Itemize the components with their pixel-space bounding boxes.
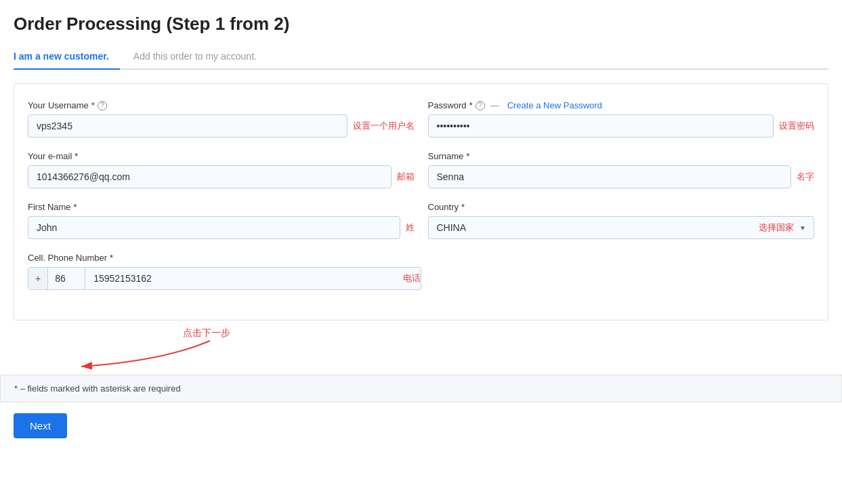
username-input-wrapper: 设置一个用户名 [28,114,415,138]
surname-label: Surname* [428,151,815,161]
footer-note-section: * – fields marked with asterisk are requ… [0,375,842,402]
password-help-icon[interactable]: ? [476,101,485,110]
username-help-icon[interactable]: ? [98,101,107,110]
password-input[interactable] [428,114,774,138]
phone-annotation: 电话 [403,272,421,285]
phone-code: 86 [48,268,85,289]
country-label: Country* [428,202,815,212]
next-button[interactable]: Next [14,413,67,438]
surname-annotation: 名字 [797,171,814,183]
arrow-annotation-area: 点击下一步 [27,320,815,375]
firstname-label: First Name* [28,202,415,212]
username-input[interactable] [28,114,348,138]
country-select-wrapper: CHINA USA UK Germany France Japan 选择国家 [428,216,815,239]
email-input-wrapper: 邮箱 [28,165,415,188]
password-input-wrapper: 设置密码 [428,114,815,138]
username-group: Your Username* ? 设置一个用户名 [28,100,415,138]
phone-wrapper: + 86 电话 [28,267,421,290]
surname-input-wrapper: 名字 [428,165,815,188]
page-title: Order Processing (Step 1 from 2) [14,14,828,35]
phone-label: Cell. Phone Number* [28,253,421,263]
surname-input[interactable] [428,165,792,188]
create-password-link[interactable]: Create a New Password [507,100,602,110]
surname-group: Surname* 名字 [428,151,815,188]
password-label: Password* ? — Create a New Password [428,100,815,110]
password-group: Password* ? — Create a New Password 设置密码 [428,100,815,138]
phone-number-input[interactable] [85,268,397,289]
tab-new-customer[interactable]: I am a new customer. [14,45,120,68]
email-input[interactable] [28,165,392,188]
phone-group: Cell. Phone Number* + 86 电话 [28,253,421,290]
country-group: Country* CHINA USA UK Germany France Jap… [428,202,815,239]
tab-add-to-account[interactable]: Add this order to my account. [133,45,268,68]
row-phone: Cell. Phone Number* + 86 电话 [28,253,814,290]
password-annotation: 设置密码 [779,120,814,132]
form-section: Your Username* ? 设置一个用户名 Password* ? — C… [14,83,828,320]
firstname-input[interactable] [28,216,400,239]
row-username-password: Your Username* ? 设置一个用户名 Password* ? — C… [28,100,814,138]
email-annotation: 邮箱 [397,171,415,183]
firstname-input-wrapper: 姓 [28,216,415,239]
country-annotation: 选择国家 [759,222,794,234]
row-email-surname: Your e-mail* 邮箱 Surname* 名字 [28,151,814,188]
username-annotation: 设置一个用户名 [353,120,415,132]
tabs-row: I am a new customer. Add this order to m… [14,45,828,70]
next-step-annotation: 点击下一步 [183,327,230,339]
username-label: Your Username* ? [28,100,415,110]
required-fields-note: * – fields marked with asterisk are requ… [14,383,181,394]
phone-plus: + [28,268,48,289]
firstname-group: First Name* 姓 [28,202,415,239]
firstname-annotation: 姓 [406,222,415,234]
email-label: Your e-mail* [28,151,415,161]
email-group: Your e-mail* 邮箱 [28,151,415,188]
country-select[interactable]: CHINA USA UK Germany France Japan [428,216,815,239]
row-firstname-country: First Name* 姓 Country* CHINA USA UK Germ… [28,202,814,239]
phone-spacer [435,253,815,290]
